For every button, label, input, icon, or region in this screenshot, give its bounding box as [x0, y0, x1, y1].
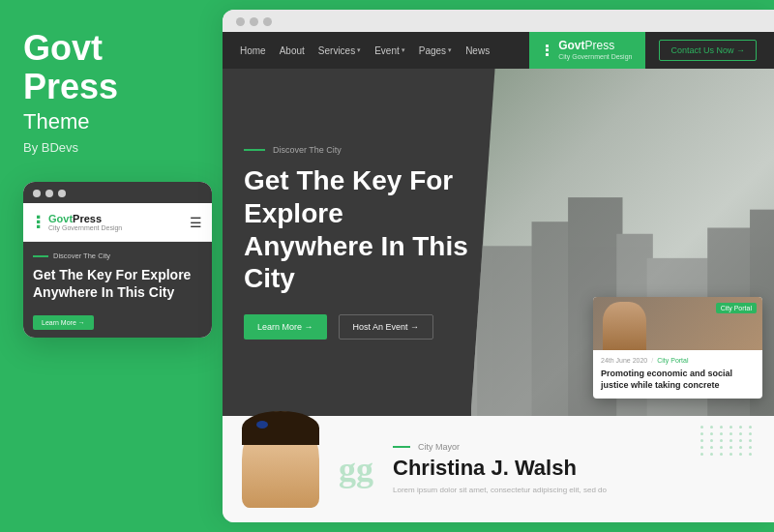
- desktop-bottom-section: gg City Mayor Christina J. Walsh Lorem i…: [223, 416, 774, 522]
- dot: [739, 446, 742, 449]
- news-card-body: 24th June 2020 / City Portal Promoting e…: [593, 350, 762, 399]
- mobile-hero-title: Get The Key For Explore Anywhere In This…: [33, 266, 202, 301]
- dot: [710, 453, 713, 456]
- nav-link-pages[interactable]: Pages ▾: [419, 45, 452, 56]
- decorative-quote-icon: gg: [339, 452, 373, 487]
- news-card-title: Promoting economic and social justice wh…: [601, 368, 755, 392]
- dot: [710, 446, 713, 449]
- mobile-logo-tagline: City Government Design: [48, 224, 122, 232]
- dot: [729, 432, 732, 435]
- desktop-nav: Home About Services ▾ Event ▾ Pages ▾ Ne…: [223, 32, 774, 69]
- browser-dot-3: [263, 17, 272, 26]
- left-panel: Govt Press Theme By BDevs ⫶ GovtPress Ci…: [0, 0, 223, 532]
- desktop-hero-title: Get The Key For Explore Anywhere In This…: [244, 164, 477, 294]
- dot: [749, 453, 752, 456]
- dot: [700, 426, 703, 429]
- browser-dot-1: [236, 17, 245, 26]
- mobile-learn-more-button[interactable]: Learn More →: [33, 315, 94, 330]
- news-card-separator: /: [651, 357, 653, 364]
- dot: [720, 426, 723, 429]
- dot: [700, 453, 703, 456]
- desktop-logo-tagline: City Government Design: [558, 53, 632, 61]
- dot: [720, 439, 723, 442]
- nav-link-about[interactable]: About: [280, 45, 305, 56]
- person-face: [242, 411, 319, 508]
- nav-link-event[interactable]: Event ▾: [374, 45, 405, 56]
- contact-us-button[interactable]: Contact Us Now →: [659, 40, 757, 61]
- browser-chrome: [223, 10, 774, 32]
- desktop-site: Home About Services ▾ Event ▾ Pages ▾ Ne…: [223, 32, 774, 522]
- desktop-discover: Discover The City: [244, 145, 477, 155]
- dot: [739, 432, 742, 435]
- news-card: City Portal 24th June 2020 / City Portal…: [593, 297, 762, 399]
- dot: [720, 453, 723, 456]
- label-line: [393, 446, 410, 448]
- dot: [710, 439, 713, 442]
- mobile-discover-text: Discover The City: [53, 251, 110, 260]
- label-text: City Mayor: [418, 442, 460, 452]
- person-hair: [242, 411, 319, 445]
- theme-by: By BDevs: [23, 140, 199, 155]
- nav-link-services[interactable]: Services ▾: [318, 45, 361, 56]
- dot: [710, 432, 713, 435]
- mayor-description: Lorem ipsum dolor sit amet, consectetur …: [393, 485, 755, 496]
- dot: [739, 453, 742, 456]
- dot: [729, 446, 732, 449]
- dot: [720, 446, 723, 449]
- dot: [729, 453, 732, 456]
- dot: [729, 426, 732, 429]
- desktop-logo-icon: ⫶: [543, 41, 551, 61]
- desktop-preview: Home About Services ▾ Event ▾ Pages ▾ Ne…: [223, 10, 774, 522]
- desktop-learn-more-button[interactable]: Learn More →: [244, 314, 327, 340]
- dot: [720, 432, 723, 435]
- dot: [729, 439, 732, 442]
- theme-subtitle: Theme: [23, 109, 199, 134]
- desktop-discover-text: Discover The City: [273, 145, 342, 155]
- desktop-hero-content: Discover The City Get The Key For Explor…: [223, 69, 498, 416]
- dot: [700, 439, 703, 442]
- news-card-person: [603, 302, 646, 350]
- news-card-meta: 24th June 2020 / City Portal: [601, 357, 755, 364]
- desktop-host-event-button[interactable]: Host An Event →: [339, 314, 434, 340]
- desktop-discover-line: [244, 149, 265, 151]
- mobile-dot-3: [58, 190, 66, 197]
- mobile-browser-bar: [23, 182, 212, 203]
- mobile-hero: Discover The City Get The Key For Explor…: [23, 242, 212, 337]
- dot: [749, 439, 752, 442]
- mobile-logo-text: GovtPress City Government Design: [48, 213, 122, 232]
- dot: [700, 446, 703, 449]
- nav-link-news[interactable]: News: [465, 45, 490, 56]
- mobile-logo-name: GovtPress: [48, 213, 122, 224]
- mayor-name: Christina J. Walsh: [393, 456, 755, 481]
- mobile-discover: Discover The City: [33, 251, 202, 260]
- mobile-logo: ⫶ GovtPress City Government Design: [33, 211, 122, 233]
- desktop-logo-name: GovtPress: [558, 40, 632, 53]
- news-card-image: City Portal: [593, 297, 762, 350]
- mobile-dot-1: [33, 190, 41, 197]
- hamburger-icon[interactable]: ☰: [190, 215, 202, 230]
- dot: [749, 432, 752, 435]
- dot: [700, 432, 703, 435]
- browser-dot-2: [250, 17, 258, 26]
- dots-pattern: [700, 426, 755, 456]
- news-card-tag: City Portal: [716, 303, 757, 313]
- dot: [739, 439, 742, 442]
- desktop-hero: Discover The City Get The Key For Explor…: [223, 69, 774, 416]
- desktop-nav-links: Home About Services ▾ Event ▾ Pages ▾ Ne…: [240, 45, 529, 56]
- mobile-preview: ⫶ GovtPress City Government Design ☰ Dis…: [23, 182, 212, 337]
- dot: [710, 426, 713, 429]
- mobile-nav: ⫶ GovtPress City Government Design ☰: [23, 203, 212, 242]
- discover-line: [33, 255, 48, 257]
- dot: [739, 426, 742, 429]
- news-card-date: 24th June 2020: [601, 357, 647, 364]
- mayor-photo: [242, 411, 319, 508]
- dot: [749, 426, 752, 429]
- theme-title: Govt Press: [23, 29, 199, 105]
- desktop-logo: ⫶ GovtPress City Government Design: [529, 32, 645, 69]
- desktop-hero-buttons: Learn More → Host An Event →: [244, 314, 477, 340]
- news-card-category: City Portal: [657, 357, 688, 364]
- mobile-dot-2: [45, 190, 53, 197]
- nav-link-home[interactable]: Home: [240, 45, 266, 56]
- dot: [749, 446, 752, 449]
- mobile-logo-icon: ⫶: [33, 211, 43, 233]
